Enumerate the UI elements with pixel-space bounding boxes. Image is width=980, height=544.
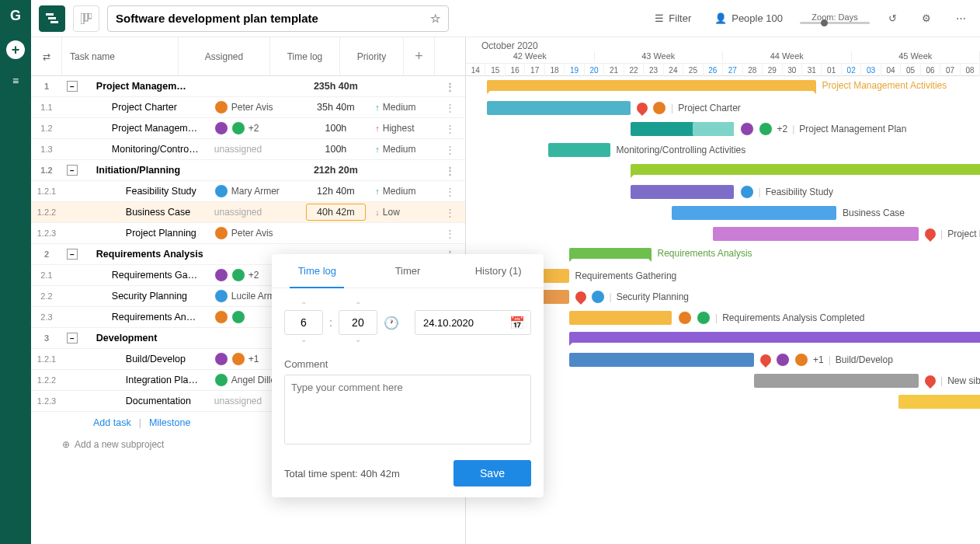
row-menu-icon[interactable]: ⋮ — [434, 102, 465, 113]
more-icon[interactable]: ⋯ — [949, 7, 972, 30]
history-icon[interactable]: ↺ — [881, 7, 904, 30]
comment-textarea[interactable] — [284, 375, 531, 445]
gantt-bar[interactable]: Requirements Analysis — [569, 248, 652, 259]
col-task-name[interactable]: Task name — [62, 37, 179, 75]
tab-timer[interactable]: Timer — [363, 254, 454, 288]
task-name[interactable]: Project Managem… — [93, 81, 210, 92]
priority-cell[interactable]: ↑Medium — [370, 186, 434, 197]
row-menu-icon[interactable]: ⋮ — [434, 144, 465, 155]
row-menu-icon[interactable]: ⋮ — [434, 165, 465, 176]
collapse-toggle[interactable]: − — [67, 333, 78, 343]
zoom-control[interactable]: Zoom: Days — [800, 12, 870, 24]
col-priority[interactable]: Priority — [340, 37, 404, 75]
col-timelog[interactable]: Time log — [270, 37, 340, 75]
priority-cell[interactable]: ↓Low — [370, 207, 434, 218]
add-column-button[interactable]: + — [404, 37, 435, 75]
task-name[interactable]: Feasibility Study — [93, 186, 210, 197]
minutes-stepper[interactable]: ⌃ ⌄ — [339, 301, 377, 344]
project-title-box[interactable]: Software development plan template ☆ — [107, 5, 449, 32]
timelog-cell[interactable]: 100h — [301, 123, 371, 134]
task-name[interactable]: Business Case — [93, 207, 210, 218]
menu-icon[interactable]: ≡ — [12, 75, 19, 87]
timelog-cell[interactable]: 212h 20m — [301, 165, 371, 176]
settings-icon[interactable]: ⚙ — [915, 7, 938, 30]
board-view-button[interactable] — [73, 5, 99, 32]
task-name[interactable]: Project Charter — [93, 102, 210, 113]
gantt-bar[interactable]: +1|Build/Develop — [569, 353, 755, 367]
collapse-toggle[interactable]: − — [67, 249, 78, 260]
priority-cell[interactable]: ↑Medium — [370, 102, 434, 113]
save-button[interactable]: Save — [454, 460, 531, 486]
assigned-cell[interactable]: Peter Avis — [210, 100, 301, 114]
assigned-cell[interactable]: +2 — [210, 121, 301, 135]
collapse-toggle[interactable]: − — [67, 165, 78, 176]
gantt-bar[interactable]: Initiation/Planning — [631, 164, 980, 175]
task-row[interactable]: 1.1 Project Charter Peter Avis 35h 40m ↑… — [31, 97, 465, 118]
gantt-bar[interactable]: |Project Charter — [487, 101, 631, 115]
task-row[interactable]: 1.2 − Initiation/Planning 212h 20m ⋮ — [31, 160, 465, 181]
task-name[interactable]: Documentation — [93, 396, 210, 406]
row-menu-icon[interactable]: ⋮ — [434, 207, 465, 218]
assigned-cell[interactable]: unassigned — [210, 207, 301, 218]
task-name[interactable]: Development — [93, 333, 210, 343]
gantt-bar[interactable] — [569, 332, 981, 343]
timelog-cell[interactable]: 12h 40m — [301, 186, 371, 197]
chevron-up-icon[interactable]: ⌃ — [355, 301, 361, 310]
task-name[interactable]: Requirements Ga… — [93, 270, 210, 281]
task-name[interactable]: Initiation/Planning — [93, 165, 210, 176]
row-menu-icon[interactable]: ⋮ — [434, 81, 465, 92]
gantt-bar[interactable]: Business Case — [672, 206, 836, 220]
priority-cell[interactable]: ↑Highest — [370, 123, 434, 134]
chevron-down-icon[interactable]: ⌄ — [301, 335, 307, 344]
gantt-bar[interactable] — [898, 395, 981, 409]
assigned-cell[interactable]: unassigned — [210, 144, 301, 155]
tab-timelog[interactable]: Time log — [272, 254, 363, 288]
minutes-input[interactable] — [339, 310, 377, 335]
calendar-icon[interactable]: 📅 — [509, 316, 525, 330]
task-name[interactable]: Build/Develop — [93, 354, 210, 364]
col-assigned[interactable]: Assigned — [179, 37, 270, 75]
gantt-bar[interactable]: |Project Planning — [713, 227, 919, 241]
chevron-up-icon[interactable]: ⌃ — [301, 301, 307, 310]
star-icon[interactable]: ☆ — [430, 12, 440, 26]
gantt-bar[interactable]: Monitoring/Controlling Activities — [548, 143, 610, 157]
gantt-bar[interactable]: |Feasibility Study — [631, 185, 734, 199]
gantt-bar[interactable]: |New sibling task — [754, 374, 919, 388]
task-row[interactable]: 1.3 Monitoring/Contro… unassigned 100h ↑… — [31, 139, 465, 160]
task-name[interactable]: Requirements Analysis — [93, 249, 210, 260]
hours-stepper[interactable]: ⌃ ⌄ — [284, 301, 323, 344]
gantt-bar[interactable]: Project Management Activities — [487, 80, 816, 91]
hours-input[interactable] — [284, 310, 323, 335]
timelog-cell[interactable]: 100h — [301, 144, 371, 155]
task-row[interactable]: 1.2.2 Business Case unassigned 40h 42m ↓… — [31, 202, 465, 223]
task-row[interactable]: 1.2.3 Project Planning Peter Avis ⋮ — [31, 223, 465, 244]
task-name[interactable]: Project Managem… — [93, 123, 210, 134]
row-menu-icon[interactable]: ⋮ — [434, 186, 465, 197]
collapse-toggle[interactable]: − — [67, 81, 78, 92]
gantt-view-button[interactable] — [39, 5, 65, 32]
row-menu-icon[interactable]: ⋮ — [434, 123, 465, 134]
chevron-down-icon[interactable]: ⌄ — [355, 335, 361, 344]
task-name[interactable]: Security Planning — [93, 291, 210, 302]
task-row[interactable]: 1.2 Project Managem… +2 100h ↑Highest ⋮ — [31, 118, 465, 139]
priority-cell[interactable]: ↑Medium — [370, 144, 434, 155]
add-project-button[interactable]: + — [6, 40, 25, 59]
task-row[interactable]: 1.2.1 Feasibility Study Mary Armer 12h 4… — [31, 181, 465, 202]
task-name[interactable]: Requirements An… — [93, 312, 210, 323]
timelog-cell[interactable]: 40h 42m — [306, 204, 367, 221]
filter-button[interactable]: ☰ Filter — [648, 9, 697, 27]
people-button[interactable]: 👤 People 100 — [708, 9, 789, 27]
timelog-cell[interactable]: 235h 40m — [301, 81, 371, 92]
task-row[interactable]: 1 − Project Managem… 235h 40m ⋮ — [31, 76, 465, 97]
assigned-cell[interactable]: Peter Avis — [210, 226, 301, 240]
add-task-link[interactable]: Add task — [93, 417, 131, 428]
task-name[interactable]: Project Planning — [93, 228, 210, 239]
gantt-bar[interactable]: |Requirements Analysis Completed — [569, 311, 672, 325]
add-milestone-link[interactable]: Milestone — [149, 417, 191, 428]
task-name[interactable]: Monitoring/Contro… — [93, 144, 210, 155]
task-name[interactable]: Integration Pla… — [93, 375, 210, 385]
timelog-cell[interactable]: 35h 40m — [301, 102, 371, 113]
zoom-slider[interactable] — [800, 22, 870, 24]
assigned-cell[interactable]: Mary Armer — [210, 184, 301, 198]
row-menu-icon[interactable]: ⋮ — [434, 228, 465, 239]
